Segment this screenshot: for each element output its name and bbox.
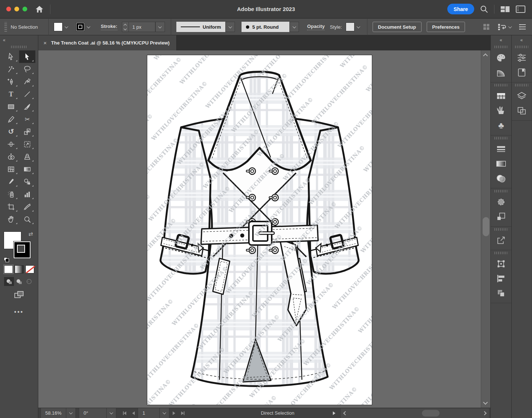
artboard-tool[interactable] [3,201,19,213]
stroke-color-dropdown[interactable] [85,22,93,32]
artboards-panel-button[interactable] [512,103,532,118]
color-panel-button[interactable] [491,50,511,65]
dock-drag-handle[interactable] [494,46,508,48]
last-artboard-button[interactable] [178,408,187,418]
share-button[interactable]: Share [447,4,474,14]
draw-behind-mode[interactable] [14,277,24,286]
document-setup-button[interactable]: Document Setup [373,22,422,32]
swatches-panel-button[interactable] [491,89,511,103]
gradient-panel-button[interactable] [491,156,511,171]
gradient-button[interactable] [15,265,24,273]
zoom-level-field[interactable]: 58.16% [40,408,66,418]
scroll-left-icon[interactable] [343,411,347,415]
vertical-scrollbar[interactable] [481,50,490,408]
rotation-dropdown[interactable] [107,408,116,418]
hand-tool[interactable] [3,213,19,226]
draw-normal-mode[interactable] [4,277,14,286]
stroke-label[interactable]: Stroke: [101,24,117,30]
scale-tool[interactable] [19,125,35,138]
arrange-documents-icon[interactable] [483,23,490,31]
first-artboard-button[interactable] [120,408,129,418]
none-button[interactable] [25,265,34,273]
width-profile-chevron[interactable] [225,22,235,32]
free-transform-tool[interactable] [19,138,35,150]
lasso-tool[interactable] [19,63,35,75]
opacity-label[interactable]: Opacity [307,24,325,30]
collapse-dock-icon[interactable]: « [500,38,503,43]
minimize-window-button[interactable] [14,7,19,11]
horizontal-scrollbar[interactable] [341,408,489,418]
pathfinder-panel-button[interactable] [491,286,511,301]
shape-builder-tool[interactable] [3,150,19,163]
zoom-window-button[interactable] [22,7,27,11]
stroke-weight-dropdown[interactable] [155,22,165,32]
horizontal-scroll-thumb[interactable] [422,410,440,417]
magic-wand-tool[interactable] [3,63,19,75]
brush-definition-dropdown[interactable]: 5 pt. Round [242,22,289,32]
trench-coat-illustration[interactable]: WITHLOVECHRISTINA© WITHLOVECHRISTINA© WI… [147,55,372,405]
selection-tool[interactable] [3,50,19,63]
transparency-panel-button[interactable] [491,171,511,186]
status-options-arrow[interactable] [333,411,335,415]
layers-panel-button[interactable] [512,89,532,103]
graphic-styles-panel-button[interactable] [491,209,511,224]
edit-toolbar-button[interactable]: ••• [12,309,27,315]
width-profile-dropdown[interactable]: Uniform [176,22,226,32]
scissors-tool[interactable]: ✂ [19,113,35,125]
color-guide-panel-button[interactable] [491,65,511,80]
transform-panel-button[interactable] [491,256,511,271]
direct-selection-tool[interactable] [19,50,35,63]
symbol-sprayer-tool[interactable] [3,188,19,201]
artboard-number-field[interactable]: 1 [138,408,160,418]
home-button[interactable] [35,6,43,13]
fill-stroke-indicator[interactable]: ⇄ [3,231,35,262]
brush-definition-chevron[interactable] [289,22,299,32]
style-swatch[interactable] [346,22,355,31]
zoom-level-dropdown[interactable] [66,408,76,418]
close-window-button[interactable] [6,7,11,11]
gradient-tool[interactable] [19,163,35,176]
stroke-panel-button[interactable] [491,142,511,156]
close-tab-icon[interactable]: × [43,40,47,46]
rectangle-tool[interactable] [3,100,19,113]
curvature-tool[interactable] [19,75,35,88]
eyedropper-tool[interactable] [3,176,19,188]
perspective-grid-tool[interactable] [19,150,35,163]
screen-mode-button[interactable] [13,291,25,298]
canvas[interactable]: WITHLOVECHRISTINA© WITHLOVECHRISTINA© WI… [38,50,490,408]
draw-inside-mode[interactable] [24,277,34,286]
toolbar-drag-handle[interactable] [11,46,27,48]
collapse-toolbar-icon[interactable]: « [3,38,6,43]
menu-icon[interactable] [519,24,526,30]
artboard-number-dropdown[interactable] [160,408,169,418]
stroke-proxy[interactable] [13,241,31,259]
swap-fill-stroke-icon[interactable]: ⇄ [28,231,33,237]
color-button[interactable] [4,265,13,273]
type-tool[interactable]: T [3,88,19,100]
appearance-panel-button[interactable] [491,195,511,209]
symbols-panel-button[interactable]: ♣ [491,118,511,133]
line-segment-tool[interactable] [19,88,35,100]
preferences-button[interactable]: Preferences [427,22,465,32]
rotation-field[interactable]: 0° [79,408,107,418]
previous-artboard-button[interactable] [129,408,138,418]
document-tab[interactable]: × The Trench Coat .ai @ 58.16 % (CMYK/CP… [38,35,177,50]
stroke-weight-stepper[interactable] [122,22,129,32]
align-panel-button[interactable] [491,271,511,286]
libraries-panel-button[interactable] [512,65,532,80]
search-icon[interactable] [480,5,488,13]
blend-tool[interactable] [19,176,35,188]
width-tool[interactable] [3,138,19,150]
workspace-layout-icon[interactable] [500,6,510,13]
rotate-tool[interactable]: ↺ [3,125,19,138]
next-artboard-button[interactable] [169,408,178,418]
workspace-switcher[interactable] [497,23,511,31]
properties-panel-button[interactable] [512,50,532,65]
stroke-color-swatch[interactable] [76,22,85,31]
fill-color-swatch[interactable] [54,22,63,31]
pencil-tool[interactable] [3,113,19,125]
fill-color-dropdown[interactable] [63,22,71,32]
artboard[interactable]: WITHLOVECHRISTINA© WITHLOVECHRISTINA© WI… [147,55,372,405]
vertical-scroll-thumb[interactable] [483,217,489,236]
stroke-weight-field[interactable]: 1 px [129,22,155,32]
